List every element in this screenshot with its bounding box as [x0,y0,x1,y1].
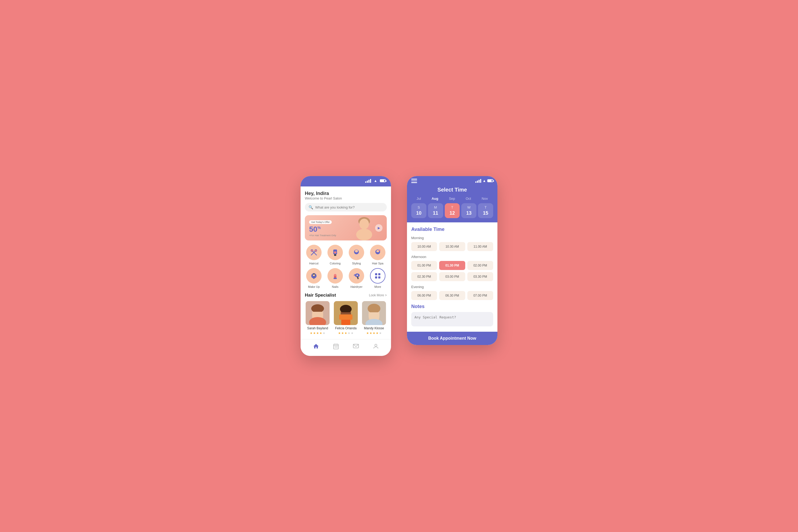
nav-calendar[interactable] [333,343,339,351]
svg-point-10 [334,251,337,253]
svg-point-7 [315,249,317,252]
day-13[interactable]: W 13 [461,203,476,218]
service-nails[interactable]: Nails [326,268,344,288]
service-styling[interactable]: Styling [347,245,365,265]
screen2-body: Available Time Morning 10.00 AM 10.30 AM… [407,222,497,332]
more-label: More [374,285,381,288]
svg-rect-9 [334,254,336,256]
morning-label: Morning [411,236,493,240]
slot-11am[interactable]: 11.00 AM [467,242,493,251]
service-hairspa[interactable]: Hair Spa [369,245,387,265]
slot-130pm[interactable]: 01.30 PM [439,261,465,270]
haircut-icon-circle [306,245,322,260]
mandy-avatar [362,301,386,325]
search-icon: 🔍 [308,205,313,209]
day-10[interactable]: S 10 [411,203,426,218]
services-grid: Haircut Coloring [305,245,387,288]
specialists-list: Sarah Bayland ★ ★ ★ ★ ★ [305,301,387,335]
svg-rect-40 [339,315,353,320]
coloring-icon [331,248,339,256]
month-sep[interactable]: Sep [449,196,455,201]
svg-rect-49 [335,347,336,347]
nav-home[interactable] [313,343,319,351]
specialist-felicia[interactable]: Felicia Orlanda ★ ★ ★ ★ ★ [333,301,359,335]
signal-icon [365,179,371,183]
svg-point-25 [357,274,358,276]
slot-630pm[interactable]: 06.30 PM [439,291,465,300]
notes-input[interactable] [411,312,493,326]
month-jul[interactable]: Jul [417,196,421,201]
banner-text: Get Today's Offer 50% +For Hair Treatmen… [309,219,336,237]
svg-point-1 [359,218,369,229]
search-bar[interactable]: 🔍 [305,203,387,211]
specialist-mandy[interactable]: Mandy Klosse ★ ★ ★ ★ ★ [361,301,387,335]
svg-point-15 [379,249,380,251]
book-appointment-button[interactable]: Book Appointment Now [407,332,497,345]
afternoon-label: Afternoon [411,255,493,259]
nav-profile[interactable] [373,343,379,351]
wifi-icon-2: ▲ [482,179,486,183]
hairdryer-label: Hairdryer [350,285,362,288]
makeup-icon [310,272,318,280]
notes-title: Notes [411,304,493,309]
day-15[interactable]: T 15 [478,203,493,218]
slot-330pm[interactable]: 03.30 PM [467,272,493,281]
sarah-avatar [306,301,329,325]
service-haircut[interactable]: Haircut [305,245,323,265]
battery-icon [380,179,386,182]
slot-1030am[interactable]: 10.30 AM [439,242,465,251]
month-oct[interactable]: Oct [466,196,471,201]
slot-230pm[interactable]: 02.30 PM [411,272,437,281]
battery-icon-2 [487,179,493,182]
day-11[interactable]: M 11 [428,203,443,218]
service-more[interactable]: More [369,268,387,288]
nav-messages[interactable] [353,343,359,351]
hairdryer-icon-circle [349,268,364,284]
service-makeup[interactable]: Make Up [305,268,323,288]
month-aug[interactable]: Aug [432,196,438,201]
slot-2pm[interactable]: 02.00 PM [467,261,493,270]
greeting-text: Hey, Indira [305,191,387,196]
service-coloring[interactable]: Coloring [326,245,344,265]
svg-point-3 [356,229,372,241]
svg-point-38 [340,305,352,314]
svg-rect-50 [336,347,337,347]
menu-icon[interactable] [411,179,417,183]
service-hairdryer[interactable]: Hairdryer [347,268,365,288]
specialist-sarah[interactable]: Sarah Bayland ★ ★ ★ ★ ★ [305,301,330,335]
evening-slots: 06.00 PM 06.30 PM 07.00 PM [411,291,493,300]
evening-label: Evening [411,285,493,289]
nails-label: Nails [332,285,338,288]
status-bar-2: ▲ [407,176,497,187]
slot-1pm[interactable]: 01.00 PM [411,261,437,270]
mandy-stars: ★ ★ ★ ★ ★ [366,331,382,335]
slot-7pm[interactable]: 07.00 PM [467,291,493,300]
morning-slots: 10.00 AM 10.30 AM 11.00 AM [411,242,493,251]
sarah-stars: ★ ★ ★ ★ ★ [310,331,325,335]
svg-rect-22 [334,278,337,279]
phone-screen1: ▲ Hey, Indira Welcome to Pearl Salon 🔍 [301,176,391,356]
screens-container: ▲ Hey, Indira Welcome to Pearl Salon 🔍 [301,176,497,356]
offer-label: Get Today's Offer [309,220,332,224]
specialist-section-header: Hair Specialist Look More > [305,292,387,298]
month-nov[interactable]: Nov [482,196,488,201]
screen2-header: Select Time Jul Aug Sep Oct Nov S 10 M 1… [407,187,497,222]
slot-10am[interactable]: 10.00 AM [411,242,437,251]
wifi-icon: ▲ [374,179,377,183]
slot-3pm[interactable]: 03.00 PM [439,272,465,281]
svg-point-6 [311,249,313,252]
search-input[interactable] [315,205,383,209]
promo-banner: Get Today's Offer 50% +For Hair Treatmen… [305,215,387,241]
svg-point-12 [355,250,358,252]
model-svg [355,216,374,241]
banner-arrow-button[interactable]: ▶ [375,224,382,232]
slot-6pm[interactable]: 06.00 PM [411,291,437,300]
day-selector: S 10 M 11 T 12 W 13 T 15 [411,203,493,218]
hairdryer-icon [353,272,360,280]
day-12[interactable]: T 12 [445,203,460,218]
makeup-icon-circle [306,268,322,284]
afternoon-slots: 01.00 PM 01.30 PM 02.00 PM 02.30 PM 03.0… [411,261,493,281]
look-more-link[interactable]: Look More > [369,293,387,297]
greeting: Hey, Indira Welcome to Pearl Salon [305,191,387,200]
grid-icon [374,272,381,280]
